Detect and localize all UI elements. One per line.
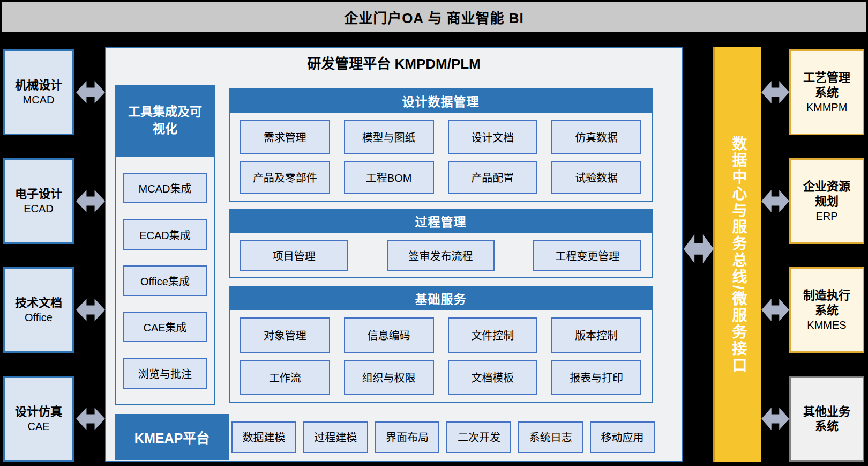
system-box-cae: 设计仿真CAE: [3, 376, 74, 462]
module-chip: 信息编码: [344, 317, 434, 353]
system-name: 制造执行 系统: [803, 288, 850, 317]
system-box-other: 其他业务 系统: [789, 376, 864, 462]
module-chip: 产品配置: [448, 161, 538, 195]
system-name: 企业资源 规划: [803, 179, 850, 209]
tool-chip: Office集成: [123, 265, 207, 296]
system-code: ERP: [815, 210, 837, 223]
top-banner: 企业门户OA 与 商业智能 BI: [0, 0, 868, 33]
double-arrow-icon: [684, 234, 714, 263]
module-chip: 产品及零部件: [240, 161, 330, 195]
module-chip: 设计文档: [448, 120, 538, 154]
double-arrow-icon: [76, 81, 105, 103]
section-2: 过程管理项目管理签审发布流程工程变更管理: [229, 209, 653, 278]
system-code: KMMPM: [806, 101, 848, 114]
section-header: 过程管理: [229, 209, 653, 233]
kmeap-items-row: 数据建模过程建模界面布局二次开发系统日志移动应用: [231, 414, 655, 460]
module-chip: 文件控制: [448, 317, 538, 353]
service-bus-label: 数据中心与服务总线/微服务接口: [728, 136, 749, 374]
module-chip: 项目管理: [240, 240, 348, 271]
module-chip: 签审发布流程: [387, 240, 495, 271]
top-banner-label: 企业门户OA 与 商业智能 BI: [344, 7, 524, 27]
double-arrow-icon: [761, 299, 789, 321]
module-chip: 文档模板: [448, 360, 538, 395]
module-chip: 模型与图纸: [344, 120, 434, 154]
system-name: 电子设计: [15, 187, 62, 202]
double-arrow-icon: [76, 408, 105, 430]
kmeap-chip: 系统日志: [518, 421, 583, 453]
system-name: 工艺管理 系统: [803, 70, 850, 100]
system-name: 机械设计: [15, 78, 62, 93]
system-code: CAE: [27, 420, 49, 433]
system-box-mcad: 机械设计MCAD: [3, 49, 74, 135]
section-body: 对象管理信息编码文件控制版本控制工作流组织与权限文档模板报表与打印: [229, 310, 653, 403]
platform-panel: 研发管理平台 KMPDM/PLM 工具集成及可视化 MCAD集成ECAD集成Of…: [105, 47, 683, 462]
section-body: 项目管理签审发布流程工程变更管理: [229, 233, 653, 278]
system-name: 设计仿真: [15, 404, 62, 419]
kmeap-chip: 过程建模: [303, 421, 368, 453]
kmeap-chip: 二次开发: [446, 421, 511, 453]
tool-chip: MCAD集成: [123, 173, 207, 203]
system-code: Office: [25, 311, 53, 324]
system-name: 其他业务 系统: [803, 404, 850, 434]
section-3: 基础服务对象管理信息编码文件控制版本控制工作流组织与权限文档模板报表与打印: [229, 286, 653, 403]
tool-chip: ECAD集成: [123, 219, 207, 250]
system-box-erp: 企业资源 规划ERP: [789, 158, 864, 244]
module-chip: 工程变更管理: [533, 240, 641, 271]
double-arrow-icon: [761, 81, 789, 103]
section-header: 基础服务: [229, 286, 653, 310]
system-code: MCAD: [23, 93, 55, 107]
module-chip: 工作流: [240, 360, 330, 395]
section-1: 设计数据管理需求管理模型与图纸设计文档仿真数据产品及零部件工程BOM产品配置试验…: [229, 88, 653, 202]
system-box-kmmpm: 工艺管理 系统KMMPM: [789, 49, 864, 135]
tool-chip: 浏览与批注: [123, 358, 207, 389]
architecture-diagram: 企业门户OA 与 商业智能 BI 机械设计MCAD电子设计ECAD技术文档Off…: [0, 0, 868, 466]
tool-chip: CAE集成: [123, 312, 207, 342]
module-chip: 对象管理: [240, 317, 330, 353]
kmeap-platform-label: KMEAP平台: [115, 414, 229, 460]
system-code: ECAD: [24, 202, 54, 216]
module-chip: 仿真数据: [551, 120, 641, 154]
platform-title: 研发管理平台 KMPDM/PLM: [106, 53, 682, 72]
double-arrow-icon: [761, 408, 789, 430]
section-body: 需求管理模型与图纸设计文档仿真数据产品及零部件工程BOM产品配置试验数据: [229, 113, 653, 202]
double-arrow-icon: [76, 299, 105, 321]
module-chip: 试验数据: [551, 161, 641, 195]
system-box-kmmes: 制造执行 系统KMMES: [789, 267, 864, 353]
module-chip: 版本控制: [551, 317, 641, 353]
module-chip: 需求管理: [240, 120, 330, 154]
kmeap-chip: 数据建模: [231, 421, 296, 453]
system-box-ecad: 电子设计ECAD: [3, 158, 74, 244]
service-bus-bar: 数据中心与服务总线/微服务接口: [713, 47, 761, 462]
kmeap-chip: 移动应用: [590, 421, 655, 453]
tool-integration-header: 工具集成及可视化: [115, 85, 215, 156]
system-box-office: 技术文档Office: [3, 267, 74, 353]
system-name: 技术文档: [15, 295, 62, 310]
double-arrow-icon: [76, 190, 105, 212]
module-chip: 工程BOM: [344, 161, 434, 195]
module-chip: 组织与权限: [344, 360, 434, 395]
section-header: 设计数据管理: [229, 88, 653, 113]
double-arrow-icon: [761, 190, 789, 212]
module-chip: 报表与打印: [551, 360, 641, 395]
tool-integration-body: MCAD集成ECAD集成Office集成CAE集成浏览与批注: [115, 156, 215, 405]
kmeap-chip: 界面布局: [375, 421, 440, 453]
system-code: KMMES: [807, 319, 846, 332]
